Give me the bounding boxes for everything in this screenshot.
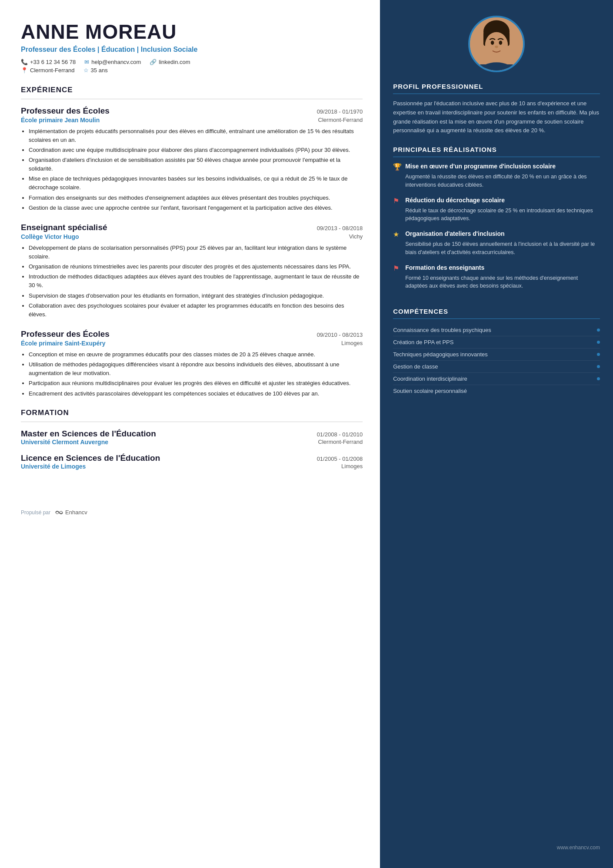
job-1-header: Professeur des Écoles 09/2018 - 01/1970 <box>21 106 363 116</box>
job-1-date: 09/2018 - 01/1970 <box>317 108 363 115</box>
realization-2-title: Réduction du décrochage scolaire <box>405 196 505 204</box>
enhancv-brand: Enhancv <box>65 509 87 516</box>
age-item: ☆ 35 ans <box>83 67 108 74</box>
star-icon: ★ <box>393 230 402 238</box>
propulse-label: Propulsé par <box>21 509 50 516</box>
realization-2-header: ⚑ Réduction du décrochage scolaire <box>393 196 600 205</box>
competences-section: COMPÉTENCES Connaissance des troubles ps… <box>380 308 613 397</box>
bullet: Implémentation de projets éducatifs pers… <box>29 127 363 144</box>
formation-2-header: Licence en Sciences de l'Éducation 01/20… <box>21 453 363 463</box>
bullet: Formation des enseignants sur des méthod… <box>29 194 363 202</box>
job-2-sub: Collège Victor Hugo Vichy <box>21 233 363 240</box>
phone-number: +33 6 12 34 56 78 <box>30 59 76 65</box>
skill-1-dot <box>597 328 600 332</box>
avatar <box>468 16 525 72</box>
skill-6: Soutien scolaire personnalisé <box>393 385 600 397</box>
formation-1-sub: Université Clermont Auvergne Clermont-Fe… <box>21 439 363 446</box>
website-url: www.enhancv.com <box>557 845 600 851</box>
profil-section: PROFIL PROFESSIONNEL Passionnée par l'éd… <box>380 83 613 135</box>
linkedin-icon: 🔗 <box>150 59 157 65</box>
formation-2-org: Université de Limoges <box>21 463 86 470</box>
bullet: Encadrement des activités parascolaires … <box>29 389 363 398</box>
age: 35 ans <box>91 67 108 74</box>
formation-block-1: Master en Sciences de l'Éducation 01/200… <box>21 429 363 446</box>
skill-5: Coordination interdisciplinaire <box>393 373 600 385</box>
skill-4-label: Gestion de classe <box>393 363 438 370</box>
svg-point-4 <box>491 40 494 44</box>
realization-3-title: Organisation d'ateliers d'inclusion <box>405 230 504 238</box>
bullet: Participation aux réunions multidiscipli… <box>29 379 363 388</box>
job-3-org: École primaire Saint-Exupéry <box>21 340 106 347</box>
job-3-title: Professeur des Écoles <box>21 329 110 339</box>
skill-1-label: Connaissance des troubles psychiques <box>393 327 491 333</box>
star-icon: ☆ <box>83 67 89 74</box>
job-1-location: Clermont-Ferrand <box>318 117 363 124</box>
formation-1-location: Clermont-Ferrand <box>318 439 363 446</box>
realization-1: 🏆 Mise en œuvre d'un programme d'inclusi… <box>393 162 600 189</box>
enhancv-icon <box>55 509 63 516</box>
formation-block-2: Licence en Sciences de l'Éducation 01/20… <box>21 453 363 470</box>
job-3-location: Limoges <box>341 340 363 347</box>
bullet: Conception et mise en œuvre de programme… <box>29 350 363 359</box>
experience-section: EXPÉRIENCE Professeur des Écoles 09/2018… <box>21 86 363 398</box>
realization-2-desc: Réduit le taux de décrochage scolaire de… <box>393 207 600 223</box>
job-3-header: Professeur des Écoles 09/2010 - 08/2013 <box>21 329 363 339</box>
realization-3: ★ Organisation d'ateliers d'inclusion Se… <box>393 230 600 257</box>
realization-4-header: ⚑ Formation des enseignants <box>393 264 600 272</box>
svg-point-5 <box>499 40 503 44</box>
location-icon: 📍 <box>21 67 28 74</box>
realisations-section: PRINCIPALES RÉALISATIONS 🏆 Mise en œuvre… <box>380 146 613 297</box>
contact-row-2: 📍 Clermont-Ferrand ☆ 35 ans <box>21 67 363 74</box>
bullet: Organisation d'ateliers d'inclusion et d… <box>29 156 363 173</box>
flag2-icon: ⚑ <box>393 264 402 272</box>
footer-right: www.enhancv.com <box>380 836 613 851</box>
profil-divider <box>393 94 600 94</box>
skill-5-label: Coordination interdisciplinaire <box>393 375 467 382</box>
bullet: Supervision de stages d'observation pour… <box>29 292 363 300</box>
job-2-location: Vichy <box>349 233 363 240</box>
contact-row-1: 📞 +33 6 12 34 56 78 ✉ help@enhancv.com 🔗… <box>21 59 363 65</box>
skill-2-label: Création de PPA et PPS <box>393 339 453 345</box>
trophy-icon: 🏆 <box>393 163 402 171</box>
left-column: ANNE MOREAU Professeur des Écoles | Éduc… <box>0 0 380 868</box>
realization-4-title: Formation des enseignants <box>405 264 484 271</box>
job-1-bullets: Implémentation de projets éducatifs pers… <box>21 127 363 212</box>
job-2-org: Collège Victor Hugo <box>21 233 79 240</box>
formation-2-date: 01/2005 - 01/2008 <box>317 456 363 462</box>
skill-3-dot <box>597 353 600 356</box>
job-block-3: Professeur des Écoles 09/2010 - 08/2013 … <box>21 329 363 398</box>
job-2-title: Enseignant spécialisé <box>21 223 107 232</box>
footer-left: Propulsé par Enhancv <box>21 496 363 516</box>
job-2-date: 09/2013 - 08/2018 <box>317 225 363 231</box>
city: Clermont-Ferrand <box>30 67 75 74</box>
formation-2-location: Limoges <box>341 463 363 470</box>
formation-2-degree: Licence en Sciences de l'Éducation <box>21 453 160 463</box>
job-2-bullets: Développement de plans de scolarisation … <box>21 244 363 319</box>
bullet: Coordination avec une équipe multidiscip… <box>29 146 363 154</box>
experience-section-title: EXPÉRIENCE <box>21 86 363 94</box>
avatar-container <box>380 0 613 83</box>
competences-title: COMPÉTENCES <box>393 308 600 315</box>
formation-section: FORMATION Master en Sciences de l'Éducat… <box>21 409 363 470</box>
bullet: Gestion de la classe avec une approche c… <box>29 204 363 212</box>
skill-3: Techniques pédagogiques innovantes <box>393 349 600 361</box>
formation-1-org: Université Clermont Auvergne <box>21 439 108 446</box>
realization-4: ⚑ Formation des enseignants Formé 10 ens… <box>393 264 600 291</box>
realization-1-title: Mise en œuvre d'un programme d'inclusion… <box>405 162 556 170</box>
realization-3-desc: Sensibilisé plus de 150 élèves annuellem… <box>393 240 600 257</box>
formation-divider <box>21 422 363 422</box>
formation-1-date: 01/2008 - 01/2010 <box>317 431 363 438</box>
phone-item: 📞 +33 6 12 34 56 78 <box>21 59 76 65</box>
enhancv-logo: Enhancv <box>55 509 87 516</box>
skill-6-label: Soutien scolaire personnalisé <box>393 388 467 394</box>
svg-point-3 <box>485 32 508 58</box>
job-2-header: Enseignant spécialisé 09/2013 - 08/2018 <box>21 223 363 232</box>
right-column: PROFIL PROFESSIONNEL Passionnée par l'éd… <box>380 0 613 868</box>
bullet: Introduction de méthodes didactiques ada… <box>29 272 363 290</box>
linkedin-url: linkedin.com <box>159 59 190 65</box>
bullet: Collaboration avec des psychologues scol… <box>29 302 363 319</box>
skill-2: Création de PPA et PPS <box>393 336 600 349</box>
skill-5-dot <box>597 377 600 380</box>
phone-icon: 📞 <box>21 59 28 65</box>
profil-title: PROFIL PROFESSIONNEL <box>393 83 600 90</box>
